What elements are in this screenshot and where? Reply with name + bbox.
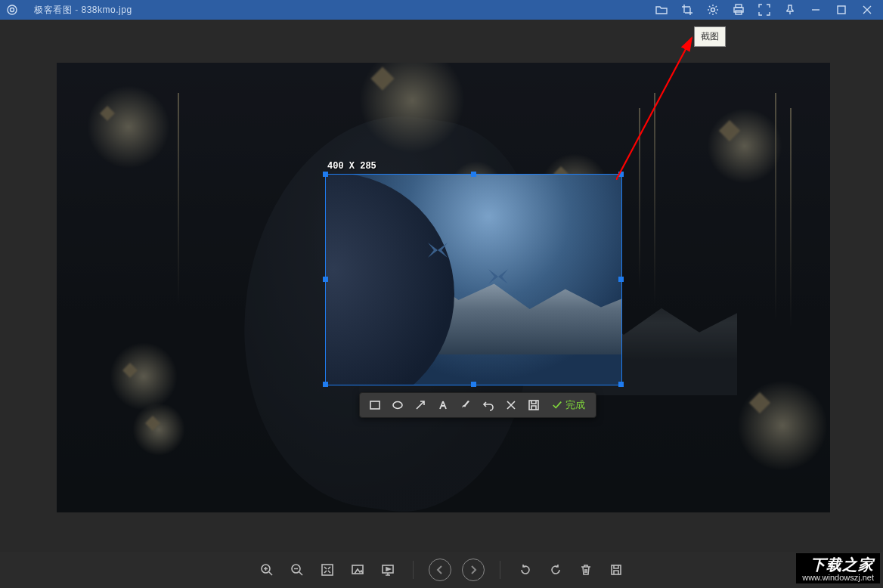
crop-selection[interactable]: 400 X 285: [325, 174, 622, 385]
svg-point-1: [11, 8, 14, 12]
close-window-button[interactable]: [854, 0, 880, 20]
titlebar: 极客看图 - 838kmo.jpg: [0, 0, 883, 20]
delete-button[interactable]: [573, 557, 599, 583]
resize-handle-tl[interactable]: [323, 172, 328, 177]
save-button[interactable]: [603, 557, 629, 583]
svg-point-2: [711, 8, 715, 12]
crop-selection-preview: [326, 175, 621, 385]
app-title: 极客看图 - 838kmo.jpg: [23, 0, 132, 27]
svg-rect-13: [322, 565, 333, 575]
slideshow-button[interactable]: [375, 557, 401, 583]
print-button[interactable]: [726, 0, 751, 20]
resize-handle-mr[interactable]: [618, 277, 624, 282]
screenshot-tooltip: 截图: [694, 26, 726, 47]
cancel-button[interactable]: [500, 395, 522, 416]
save-crop-button[interactable]: [523, 395, 544, 416]
work-area: 400 X 285 完成: [0, 20, 883, 552]
next-image-button[interactable]: [462, 559, 485, 581]
fit-window-button[interactable]: [314, 557, 340, 583]
svg-rect-7: [370, 401, 380, 409]
app-name: 极客看图: [34, 5, 72, 15]
resize-handle-bl[interactable]: [323, 382, 328, 387]
resize-handle-br[interactable]: [618, 382, 624, 387]
fullscreen-button[interactable]: [751, 0, 777, 20]
arrow-tool-button[interactable]: [410, 395, 431, 416]
svg-rect-16: [612, 565, 621, 574]
watermark-title: 下载之家: [802, 556, 874, 573]
file-name: 838kmo.jpg: [82, 5, 132, 15]
pin-button[interactable]: [777, 0, 803, 20]
zoom-in-button[interactable]: [254, 557, 280, 583]
svg-rect-6: [838, 6, 845, 14]
toolbar-separator: [413, 561, 414, 579]
text-tool-button[interactable]: [432, 395, 454, 416]
confirm-button[interactable]: 完成: [546, 395, 591, 416]
ellipse-tool-button[interactable]: [387, 395, 408, 416]
actual-size-button[interactable]: [345, 557, 370, 583]
bottom-toolbar: [0, 552, 883, 588]
app-logo-icon: [6, 4, 18, 16]
screenshot-button[interactable]: [674, 0, 700, 20]
maximize-button[interactable]: [829, 0, 854, 20]
undo-button[interactable]: [478, 395, 499, 416]
rotate-cw-button[interactable]: [543, 557, 569, 583]
watermark: 下载之家 www.windowszj.net: [796, 553, 880, 583]
resize-handle-tr[interactable]: [618, 172, 624, 177]
toolbar-separator: [500, 561, 500, 579]
minimize-button[interactable]: [803, 0, 829, 20]
title-separator: -: [72, 5, 81, 15]
brush-tool-button[interactable]: [455, 395, 476, 416]
prev-image-button[interactable]: [429, 559, 451, 581]
crop-toolbar: 完成: [359, 392, 596, 418]
svg-point-8: [393, 402, 402, 409]
open-file-button[interactable]: [649, 0, 674, 20]
svg-rect-9: [529, 401, 538, 410]
resize-handle-tm[interactable]: [471, 172, 476, 177]
resize-handle-ml[interactable]: [323, 277, 328, 282]
settings-button[interactable]: [700, 0, 726, 20]
watermark-url: www.windowszj.net: [802, 573, 874, 582]
svg-point-0: [8, 5, 17, 14]
resize-handle-bm[interactable]: [471, 382, 476, 387]
rotate-ccw-button[interactable]: [513, 557, 538, 583]
rect-tool-button[interactable]: [364, 395, 386, 416]
confirm-label: 完成: [565, 398, 585, 412]
zoom-out-button[interactable]: [284, 557, 310, 583]
selection-size-label: 400 X 285: [327, 161, 376, 172]
